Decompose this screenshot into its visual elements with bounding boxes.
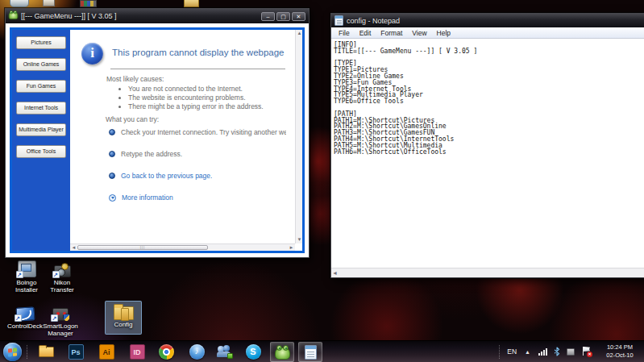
partial-recycle-bin-icon[interactable] (10, 0, 29, 7)
taskbar-gamemenu-button[interactable] (270, 342, 294, 362)
clock-time: 10:24 PM (607, 343, 633, 351)
gamemenu-window-title: [[--- GameMenu ---]] [ V 3.05 ] (21, 12, 117, 20)
sidebar-button-pictures[interactable]: Pictures (16, 36, 66, 49)
skype-icon: S (246, 344, 261, 360)
sidebar-button-online-games[interactable]: Online Games (16, 58, 66, 71)
desktop-icon-label: ControlDeck (7, 323, 43, 331)
sidebar-button-fun-games[interactable]: Fun Games (16, 80, 66, 93)
system-tray: EN ▲ ✕ 10:24 PM 02-Oct-10 (499, 341, 644, 362)
notepad-horizontal-scrollbar[interactable]: ◄ (331, 268, 644, 277)
desktop-icon-boingo-installer[interactable]: ↗ Boingo Installer (6, 258, 47, 293)
clock-date: 02-Oct-10 (606, 352, 633, 359)
gamemenu-app-icon (9, 11, 19, 19)
gamemenu-sidebar: Pictures Online Games Fun Games Internet… (12, 30, 70, 251)
minimize-button[interactable]: – (261, 12, 275, 21)
photoshop-icon: Ps (69, 344, 84, 360)
scroll-up-icon[interactable]: ▲ (296, 30, 302, 37)
more-information-link[interactable]: More information (122, 193, 173, 202)
taskbar-itunes-button[interactable]: ♪ (185, 342, 209, 362)
scroll-left-icon[interactable]: ◄ (331, 268, 339, 278)
menu-help[interactable]: Help (432, 29, 455, 37)
scroll-right-icon[interactable]: ► (288, 244, 295, 251)
causes-label: Most likely causes: (106, 75, 164, 83)
scroll-left-icon[interactable]: ◄ (70, 244, 77, 251)
desktop-icon-label: Boingo Installer (6, 280, 47, 293)
scrollbar-thumb[interactable] (77, 245, 208, 250)
partial-media-icon[interactable] (80, 0, 97, 7)
menu-file[interactable]: File (334, 29, 355, 37)
bullet-icon (109, 129, 115, 135)
try-item: Go back to the previous page. (109, 172, 212, 180)
notepad-window: config - Notepad File Edit Format View H… (330, 13, 644, 278)
device-tray-icon[interactable] (567, 348, 575, 356)
sidebar-button-office-tools[interactable]: Office Tools (16, 145, 66, 158)
sidebar-button-multimedia-player[interactable]: Multimedia Player (16, 123, 66, 136)
close-button[interactable]: ✕ (292, 12, 305, 21)
horizontal-scrollbar[interactable]: ◄ ► (70, 243, 295, 251)
causes-list: You are not connected to the Internet. T… (128, 85, 264, 111)
notepad-titlebar[interactable]: config - Notepad (331, 14, 644, 27)
error-page: i This program cannot display the webpag… (70, 30, 295, 243)
shortcut-arrow-icon: ↗ (16, 271, 23, 278)
start-button[interactable] (3, 343, 22, 361)
shortcut-arrow-icon: ↗ (15, 314, 22, 322)
taskbar-photoshop-button[interactable]: Ps (64, 342, 88, 362)
desktop-icon-nikon-transfer[interactable]: ↗ Nikon Transfer (42, 258, 82, 293)
menu-edit[interactable]: Edit (355, 29, 376, 37)
desktop-icon-label: SmartLogon Manager (40, 323, 81, 337)
partial-desktop-icon[interactable] (43, 0, 55, 6)
try-text: Check your Internet connection. Try visi… (121, 128, 286, 136)
taskbar-messenger-button[interactable] (213, 342, 237, 362)
try-label: What you can try: (106, 115, 159, 123)
cause-item: The website is encountering problems. (128, 94, 264, 102)
network-signal-icon[interactable] (538, 348, 547, 356)
cause-item: There might be a typing error in the add… (128, 102, 264, 111)
shortcut-arrow-icon: ↗ (52, 271, 60, 278)
action-center-flag-icon[interactable]: ✕ (581, 347, 591, 356)
notepad-window-title: config - Notepad (347, 17, 400, 25)
taskbar-separator (27, 345, 28, 359)
bluetooth-icon[interactable] (554, 347, 560, 356)
desktop-icon-label: Config (114, 322, 132, 329)
info-icon: i (81, 43, 103, 64)
taskbar-chrome-button[interactable] (154, 342, 178, 362)
cause-item: You are not connected to the Internet. (128, 85, 264, 94)
menu-view[interactable]: View (407, 29, 431, 37)
desktop: ↗ Boingo Installer ↗ Nikon Transfer ↗ Co… (0, 0, 644, 362)
desktop-icon-controldeck[interactable]: ↗ ControlDeck (5, 302, 45, 331)
scroll-down-icon[interactable]: ▼ (296, 236, 302, 243)
desktop-icon-smartlogon-manager[interactable]: ↗ SmartLogon Manager (40, 302, 81, 337)
desktop-icon-label: Nikon Transfer (42, 280, 82, 293)
notepad-menubar: File Edit Format View Help (331, 27, 644, 39)
bullet-icon (109, 151, 115, 157)
taskbar-explorer-button[interactable] (34, 342, 58, 362)
taskbar-indesign-button[interactable]: ID (125, 342, 149, 362)
maximize-button[interactable]: ▢ (276, 12, 290, 21)
try-item: Retype the address. (109, 150, 182, 158)
browser-pane: i This program cannot display the webpag… (70, 30, 302, 251)
divider (110, 69, 285, 69)
taskbar-illustrator-button[interactable]: Ai (94, 342, 118, 362)
vertical-scrollbar[interactable]: ▲ ▼ (295, 30, 302, 243)
show-hidden-icons-button[interactable]: ▲ (525, 349, 530, 355)
menu-format[interactable]: Format (376, 29, 407, 37)
expand-icon[interactable] (109, 194, 116, 202)
taskbar-notepad-button[interactable] (298, 342, 322, 362)
desktop-icon-config-selected[interactable]: Config (105, 301, 142, 335)
notepad-icon (305, 345, 317, 360)
indesign-icon: ID (130, 344, 145, 360)
language-indicator[interactable]: EN (507, 347, 517, 356)
partial-folder-icon[interactable] (184, 0, 199, 7)
taskbar-clock[interactable]: 10:24 PM 02-Oct-10 (599, 343, 641, 360)
shield-icon (63, 314, 70, 322)
notepad-text-area[interactable]: [INFO] TITLE=[[--- GameMenu ---]] [ V 3.… (331, 40, 644, 268)
notepad-content[interactable]: [INFO] TITLE=[[--- GameMenu ---]] [ V 3.… (331, 40, 644, 155)
gamemenu-titlebar[interactable]: [[--- GameMenu ---]] [ V 3.05 ] – ▢ ✕ (6, 9, 309, 23)
sidebar-button-internet-tools[interactable]: Internet Tools (16, 102, 66, 114)
go-back-link[interactable]: Go back to the previous page. (121, 172, 212, 180)
bullet-icon (109, 173, 115, 179)
gamemenu-panel: Pictures Online Games Fun Games Internet… (10, 27, 305, 253)
taskbar-skype-button[interactable]: S (241, 342, 265, 362)
chrome-icon (159, 344, 174, 360)
try-item: Check your Internet connection. Try visi… (109, 128, 286, 136)
